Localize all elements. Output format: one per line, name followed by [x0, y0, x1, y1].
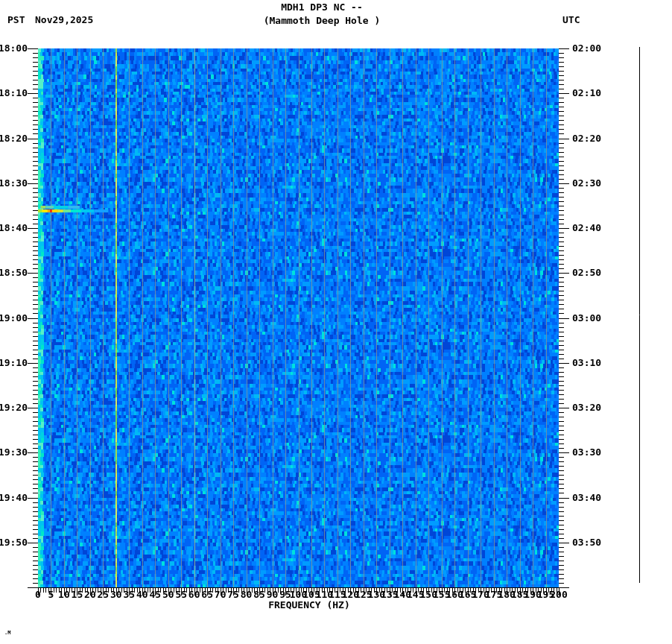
time-label-pst: 19:10: [0, 357, 28, 368]
time-label-pst: 19:00: [0, 312, 28, 323]
freq-tick-label: 200: [550, 590, 567, 600]
frequency-axis-title: FREQUENCY (HZ): [48, 599, 570, 610]
freq-tick-label: 35: [123, 590, 135, 600]
timezone-right-label: UTC: [562, 14, 580, 25]
freq-tick-label: 20: [84, 590, 96, 600]
time-label-utc: 03:20: [572, 402, 601, 413]
time-label-utc: 03:30: [572, 446, 601, 458]
time-label-utc: 02:50: [572, 267, 601, 278]
time-label-pst: 19:30: [0, 446, 28, 458]
freq-tick-label: 65: [201, 590, 213, 600]
corner-mark: .M: [4, 630, 10, 636]
time-label-utc: 03:00: [572, 312, 601, 323]
freq-tick-label: 85: [253, 590, 265, 600]
time-label-pst: 19:20: [0, 402, 28, 413]
time-label-pst: 19:40: [0, 492, 28, 503]
station-subtitle: (Mammoth Deep Hole ): [0, 15, 644, 26]
freq-tick-label: 70: [215, 590, 226, 600]
time-label-pst: 18:50: [0, 267, 28, 278]
freq-tick-label: 30: [110, 590, 122, 600]
time-label-utc: 02:00: [572, 42, 601, 54]
time-label-utc: 03:50: [572, 537, 601, 548]
freq-tick-label: 15: [72, 590, 83, 600]
freq-tick-label: 25: [98, 590, 110, 600]
freq-tick-label: 90: [267, 590, 279, 600]
time-label-pst: 19:50: [0, 537, 28, 548]
time-label-pst: 18:20: [0, 133, 28, 144]
time-label-utc: 03:10: [572, 357, 601, 368]
time-label-utc: 02:40: [572, 222, 601, 233]
spectrogram-canvas: [0, 0, 672, 644]
freq-tick-label: 75: [227, 590, 239, 600]
time-label-pst: 18:30: [0, 177, 28, 189]
station-title: MDH1 DP3 NC --: [0, 1, 644, 13]
spectrogram-page: PST Nov29,2025 MDH1 DP3 NC -- (Mammoth D…: [0, 0, 672, 644]
time-label-utc: 02:20: [572, 133, 601, 144]
freq-tick-label: 45: [149, 590, 161, 600]
time-label-pst: 18:40: [0, 222, 28, 233]
freq-tick-label: 80: [241, 590, 253, 600]
freq-tick-label: 5: [48, 590, 54, 600]
freq-tick-label: 50: [162, 590, 174, 600]
time-label-utc: 03:40: [572, 492, 601, 503]
freq-tick-label: 0: [35, 590, 41, 600]
time-label-utc: 02:30: [572, 177, 601, 189]
time-label-utc: 02:10: [572, 87, 601, 98]
time-label-pst: 18:00: [0, 42, 28, 54]
freq-tick-label: 55: [175, 590, 187, 600]
freq-tick-label: 40: [136, 590, 148, 600]
time-label-pst: 18:10: [0, 87, 28, 98]
freq-tick-label: 60: [188, 590, 200, 600]
freq-tick-label: 10: [58, 590, 70, 600]
